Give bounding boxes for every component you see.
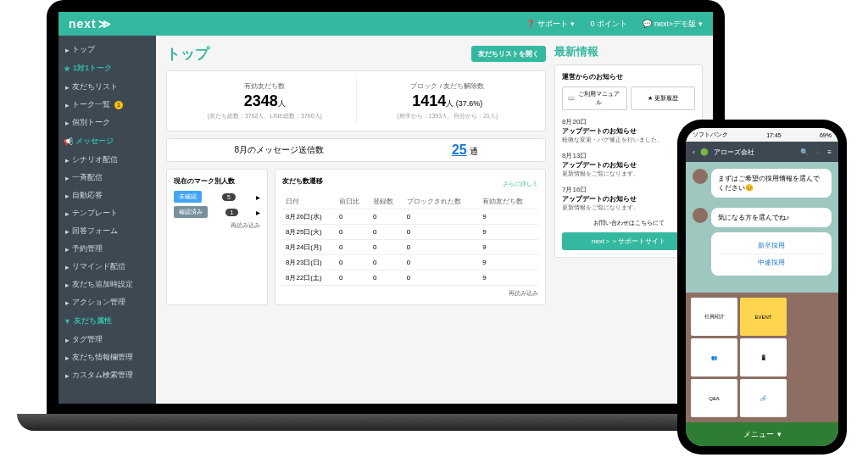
news-item[interactable]: 8月13日 アップデートのお知らせ 更新情報をご覧になります。 — [562, 151, 695, 178]
block-label: ブロック / 友だち解除数 — [360, 81, 536, 91]
msg-panel: 8月のメッセージ送信数 25 通 — [166, 138, 546, 162]
sidebar-item-custom[interactable]: ▸カスタム検索管理 — [58, 366, 156, 384]
contact-text: お問い合わせはこちらにて — [562, 219, 695, 227]
sidebar-item-broadcast[interactable]: ▸一斉配信 — [58, 169, 156, 187]
sidebar-item-friendadd[interactable]: ▸友だち追加時設定 — [58, 276, 156, 293]
chat-title: アローズ会社 — [714, 148, 796, 157]
sidebar-item-auto[interactable]: ▸自動応答 — [58, 187, 156, 204]
menu-icon[interactable]: ≡ — [827, 148, 832, 156]
news-item[interactable]: 8月20日 アップデートのお知らせ 軽微な変更・バグ修正を行いました。 — [562, 117, 695, 144]
chat-bubble: まずはご希望の採用情報を選んでください😊 — [711, 169, 832, 198]
stats-panel: 有効友だち数 2348人 (友だち総数：3762人、LINE総数：3760人) … — [166, 70, 546, 131]
table-row: 8月22日(土)0009 — [282, 271, 538, 286]
choice-option[interactable]: 新卒採用 — [716, 237, 826, 254]
table-row: 8月25日(火)0009 — [282, 225, 538, 240]
avatar — [693, 169, 708, 184]
richmenu-card[interactable]: 社員紹介 — [691, 298, 737, 336]
mark-panel: 現在のマーク別人数 未確認5▸ 確認済み1▸ 再読み込み — [166, 169, 268, 305]
sidebar-item-top[interactable]: ▸トップ — [58, 41, 156, 59]
news-title: 最新情報 — [554, 44, 703, 59]
news-subtitle: 運営からのお知らせ — [562, 72, 695, 81]
sidebar-head-attr[interactable]: ▼ 友だち属性 — [58, 311, 156, 331]
richmenu-card[interactable]: 📱 — [740, 338, 787, 377]
richmenu-card[interactable]: EVENT — [740, 298, 787, 336]
sidebar-item-template[interactable]: ▸テンプレート — [58, 204, 156, 222]
rich-menu: 社員紹介 EVENT 👥 📱 Q&A 🔗 — [686, 293, 838, 422]
laptop-base — [17, 414, 754, 431]
support-link[interactable]: ❓ サポート ▾ — [526, 19, 575, 30]
menu-toggle[interactable]: メニュー ▾ — [686, 422, 838, 446]
choice-option[interactable]: 中途採用 — [716, 254, 826, 271]
support-site-button[interactable]: next＞＞サポートサイト — [562, 232, 695, 250]
valid-sub: (友だち総数：3762人、LINE総数：3760人) — [177, 112, 353, 120]
phone-screen: ソフトバンク17:4569% ‹ 🟢 アローズ会社 🔍 📞 ≡ まずはご希望の採… — [686, 128, 838, 446]
choice-box: 新卒採用 中途採用 — [711, 232, 832, 276]
account-menu[interactable]: 💬 next»デモ版 ▾ — [643, 19, 703, 30]
trans-reload-button[interactable]: 再読み込み — [282, 289, 538, 298]
sidebar-item-remind[interactable]: ▸リマインド配信 — [58, 258, 156, 276]
table-row: 8月23日(日)0009 — [282, 255, 538, 271]
sidebar: ▸トップ ★ 1対1トーク ▸友だちリスト ▸トーク一覧1 ▸個別トーク 📢 メ… — [58, 36, 156, 404]
laptop-screen: next≫ ❓ サポート ▾ 0 ポイント 💬 next»デモ版 ▾ ▸トップ … — [47, 0, 725, 416]
page-title: トップ 友だちリストを開く — [166, 44, 546, 64]
badge-icon: 1 — [114, 101, 123, 109]
valid-label: 有効友だち数 — [177, 81, 353, 91]
points-display: 0 ポイント — [590, 19, 627, 30]
richmenu-card[interactable]: Q&A — [691, 379, 737, 417]
back-icon[interactable]: ‹ — [693, 148, 695, 156]
sidebar-item-reserve[interactable]: ▸予約管理 — [58, 240, 156, 258]
logo: next≫ — [69, 17, 108, 31]
history-button[interactable]: ★ 更新履歴 — [631, 86, 696, 110]
sidebar-item-friendlist[interactable]: ▸友だちリスト — [58, 78, 156, 96]
phone-frame: ソフトバンク17:4569% ‹ 🟢 アローズ会社 🔍 📞 ≡ まずはご希望の採… — [677, 120, 847, 455]
phone-icon[interactable]: 📞 — [814, 148, 822, 156]
sidebar-head-msg[interactable]: 📢 メッセージ — [58, 131, 156, 151]
msg-label: 8月のメッセージ送信数 — [234, 144, 324, 156]
mark-tag-read[interactable]: 確認済み — [174, 206, 208, 218]
topbar: next≫ ❓ サポート ▾ 0 ポイント 💬 next»デモ版 ▾ — [58, 12, 713, 36]
shield-icon: 🟢 — [700, 148, 709, 156]
search-icon[interactable]: 🔍 — [800, 148, 809, 156]
transition-table: 日付前日比登録数ブロックされた数有効友だち数 8月26日(水)0009 8月25… — [282, 194, 538, 286]
phone-header: ‹ 🟢 アローズ会社 🔍 📞 ≡ — [686, 142, 838, 162]
mark-title: 現在のマーク別人数 — [174, 176, 260, 186]
mark-tag-unread[interactable]: 未確認 — [174, 191, 202, 203]
valid-value: 2348 — [244, 92, 278, 109]
sidebar-item-talklist[interactable]: ▸トーク一覧1 — [58, 96, 156, 114]
msg-value[interactable]: 25 — [452, 142, 467, 157]
news-item[interactable]: 7月16日 アップデートのお知らせ 更新情報をご覧になります。 — [562, 185, 695, 212]
phone-statusbar: ソフトバンク17:4569% — [686, 128, 838, 142]
sidebar-item-form[interactable]: ▸回答フォーム — [58, 222, 156, 240]
manual-button[interactable]: 📖 ご利用マニュアル — [562, 86, 627, 110]
sidebar-item-scenario[interactable]: ▸シナリオ配信 — [58, 151, 156, 169]
avatar — [693, 208, 708, 223]
block-sub: (相手から：1393人、自分から：21人) — [360, 112, 536, 120]
trans-title: 友だち数遷移 — [282, 176, 323, 186]
mark-count-2: 1 — [225, 209, 239, 216]
richmenu-card[interactable]: 🔗 — [740, 379, 787, 417]
mark-count-1: 5 — [222, 193, 236, 201]
mark-reload-button[interactable]: 再読み込み — [174, 221, 260, 230]
laptop-frame: next≫ ❓ サポート ▾ 0 ポイント 💬 next»デモ版 ▾ ▸トップ … — [17, 0, 754, 449]
table-row: 8月24日(月)0009 — [282, 240, 538, 255]
chat-bubble: 気になる方を選んでね♪ — [711, 208, 832, 227]
chat-area: まずはご希望の採用情報を選んでください😊 気になる方を選んでね♪ 新卒採用 中途… — [686, 162, 838, 293]
trans-more-link[interactable]: さらに詳しく — [503, 180, 538, 188]
richmenu-card[interactable]: 👥 — [691, 338, 737, 377]
open-friendlist-button[interactable]: 友だちリストを開く — [471, 46, 546, 62]
sidebar-item-tag[interactable]: ▸タグ管理 — [58, 331, 156, 349]
app-window: next≫ ❓ サポート ▾ 0 ポイント 💬 next»デモ版 ▾ ▸トップ … — [58, 12, 713, 404]
sidebar-head-talk[interactable]: ★ 1対1トーク — [58, 59, 156, 78]
sidebar-item-indiv[interactable]: ▸個別トーク — [58, 114, 156, 131]
sidebar-item-info[interactable]: ▸友だち情報欄管理 — [58, 349, 156, 366]
table-row: 8月26日(水)0009 — [282, 209, 538, 225]
sidebar-item-action[interactable]: ▸アクション管理 — [58, 293, 156, 311]
block-value: 1414 — [412, 92, 446, 109]
transition-panel: 友だち数遷移 さらに詳しく 日付前日比登録数ブロックされた数有効友だち数 8月2… — [275, 169, 546, 305]
